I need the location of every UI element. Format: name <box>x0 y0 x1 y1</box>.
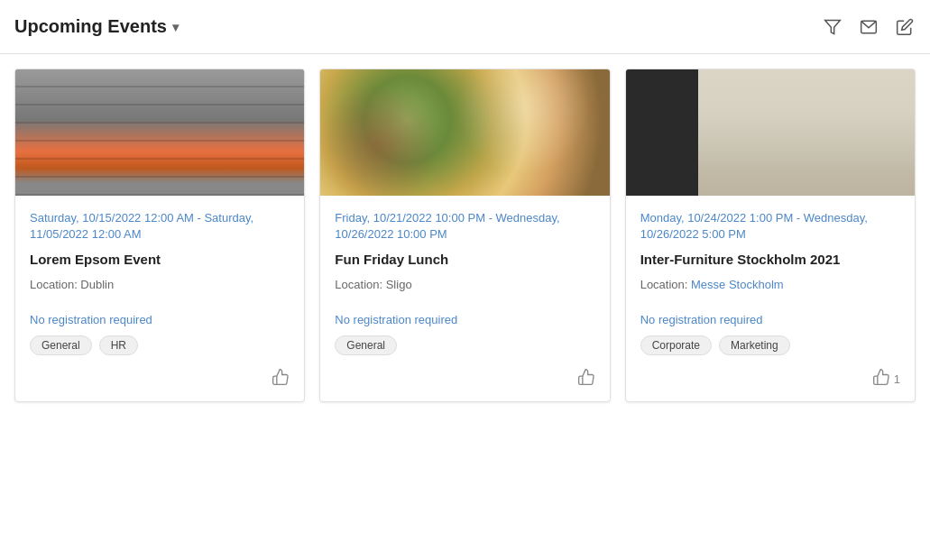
event-date-3: Monday, 10/24/2022 1:00 PM - Wednesday, … <box>640 210 900 243</box>
like-button-1[interactable] <box>272 368 290 390</box>
email-icon[interactable] <box>858 16 879 38</box>
tag-marketing: Marketing <box>719 335 790 355</box>
chevron-down-icon: ▾ <box>172 20 179 34</box>
event-location-3: Location: Messe Stockholm <box>640 278 900 291</box>
event-tags-2: General <box>335 335 594 355</box>
like-button-2[interactable] <box>577 368 595 390</box>
location-prefix: Location: <box>640 278 691 291</box>
event-image-1 <box>15 69 304 196</box>
event-registration-2: No registration required <box>335 313 594 326</box>
event-image-2 <box>320 69 609 196</box>
event-body-1: Saturday, 10/15/2022 12:00 AM - Saturday… <box>15 196 304 313</box>
event-like-3: 1 <box>640 364 900 390</box>
event-date-2: Friday, 10/21/2022 10:00 PM - Wednesday,… <box>335 210 594 243</box>
header-actions <box>822 16 916 38</box>
location-link[interactable]: Messe Stockholm <box>691 278 784 291</box>
event-image-3 <box>626 69 915 196</box>
event-date-1: Saturday, 10/15/2022 12:00 AM - Saturday… <box>30 210 290 243</box>
event-card-2: Friday, 10/21/2022 10:00 PM - Wednesday,… <box>319 69 610 402</box>
event-card-3: Monday, 10/24/2022 1:00 PM - Wednesday, … <box>625 69 916 402</box>
page-title-dropdown[interactable]: Upcoming Events ▾ <box>14 16 179 37</box>
filter-icon[interactable] <box>822 16 843 38</box>
page-header: Upcoming Events ▾ <box>0 0 930 54</box>
event-title-3: Inter-Furniture Stockholm 2021 <box>640 252 900 267</box>
svg-marker-0 <box>825 20 841 33</box>
event-footer-1: No registration required General HR <box>15 313 304 401</box>
like-count-3: 1 <box>894 372 900 386</box>
event-body-3: Monday, 10/24/2022 1:00 PM - Wednesday, … <box>626 196 915 313</box>
event-location-1: Location: Dublin <box>30 278 290 291</box>
tag-corporate: Corporate <box>640 335 712 355</box>
event-like-2 <box>335 364 594 390</box>
event-footer-3: No registration required Corporate Marke… <box>626 313 915 401</box>
event-registration-1: No registration required <box>30 313 290 326</box>
edit-icon[interactable] <box>894 16 916 38</box>
event-registration-3: No registration required <box>640 313 900 326</box>
page-title: Upcoming Events <box>14 16 167 37</box>
event-location-2: Location: Sligo <box>335 278 594 291</box>
event-tags-1: General HR <box>30 335 290 355</box>
event-body-2: Friday, 10/21/2022 10:00 PM - Wednesday,… <box>320 196 609 313</box>
event-title-1: Lorem Epsom Event <box>30 252 290 267</box>
event-card-1: Saturday, 10/15/2022 12:00 AM - Saturday… <box>14 69 305 402</box>
tag-general-2: General <box>335 335 397 355</box>
events-grid: Saturday, 10/15/2022 12:00 AM - Saturday… <box>0 54 930 417</box>
tag-general: General <box>30 335 92 355</box>
event-footer-2: No registration required General <box>320 313 609 401</box>
tag-hr: HR <box>99 335 138 355</box>
event-like-1 <box>30 364 290 390</box>
event-title-2: Fun Friday Lunch <box>335 252 594 267</box>
like-button-3[interactable] <box>872 368 890 390</box>
event-tags-3: Corporate Marketing <box>640 335 900 355</box>
